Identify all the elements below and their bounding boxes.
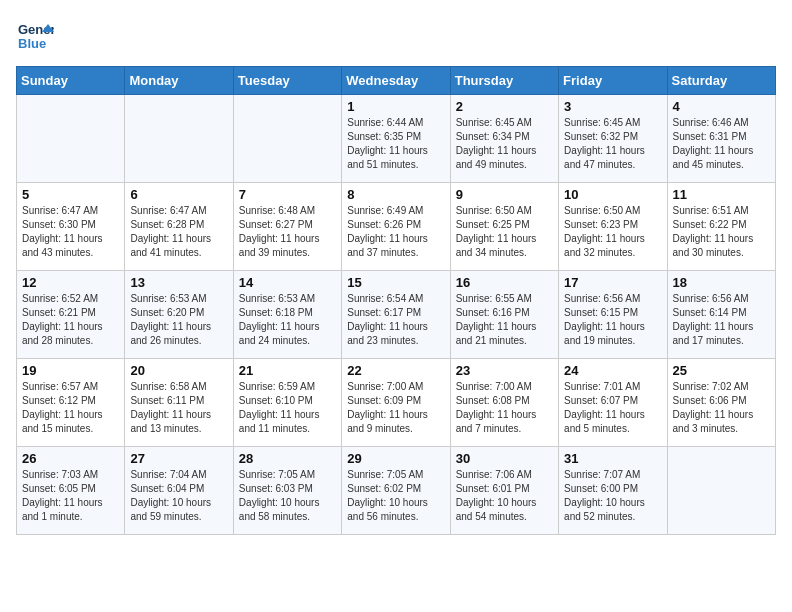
day-number: 24: [564, 363, 661, 378]
day-number: 10: [564, 187, 661, 202]
calendar-cell: 27Sunrise: 7:04 AM Sunset: 6:04 PM Dayli…: [125, 447, 233, 535]
day-info: Sunrise: 7:02 AM Sunset: 6:06 PM Dayligh…: [673, 380, 770, 436]
day-info: Sunrise: 7:06 AM Sunset: 6:01 PM Dayligh…: [456, 468, 553, 524]
calendar-cell: 30Sunrise: 7:06 AM Sunset: 6:01 PM Dayli…: [450, 447, 558, 535]
calendar-cell: 19Sunrise: 6:57 AM Sunset: 6:12 PM Dayli…: [17, 359, 125, 447]
calendar-cell: 20Sunrise: 6:58 AM Sunset: 6:11 PM Dayli…: [125, 359, 233, 447]
day-info: Sunrise: 6:46 AM Sunset: 6:31 PM Dayligh…: [673, 116, 770, 172]
day-info: Sunrise: 6:56 AM Sunset: 6:15 PM Dayligh…: [564, 292, 661, 348]
week-row-2: 5Sunrise: 6:47 AM Sunset: 6:30 PM Daylig…: [17, 183, 776, 271]
day-info: Sunrise: 7:01 AM Sunset: 6:07 PM Dayligh…: [564, 380, 661, 436]
day-number: 18: [673, 275, 770, 290]
day-number: 15: [347, 275, 444, 290]
calendar-cell: 6Sunrise: 6:47 AM Sunset: 6:28 PM Daylig…: [125, 183, 233, 271]
calendar-cell: 13Sunrise: 6:53 AM Sunset: 6:20 PM Dayli…: [125, 271, 233, 359]
day-info: Sunrise: 6:50 AM Sunset: 6:23 PM Dayligh…: [564, 204, 661, 260]
day-number: 4: [673, 99, 770, 114]
day-number: 13: [130, 275, 227, 290]
calendar-cell: 3Sunrise: 6:45 AM Sunset: 6:32 PM Daylig…: [559, 95, 667, 183]
week-row-5: 26Sunrise: 7:03 AM Sunset: 6:05 PM Dayli…: [17, 447, 776, 535]
day-info: Sunrise: 6:55 AM Sunset: 6:16 PM Dayligh…: [456, 292, 553, 348]
day-number: 31: [564, 451, 661, 466]
calendar-cell: 29Sunrise: 7:05 AM Sunset: 6:02 PM Dayli…: [342, 447, 450, 535]
day-number: 17: [564, 275, 661, 290]
day-number: 6: [130, 187, 227, 202]
week-row-3: 12Sunrise: 6:52 AM Sunset: 6:21 PM Dayli…: [17, 271, 776, 359]
day-info: Sunrise: 6:52 AM Sunset: 6:21 PM Dayligh…: [22, 292, 119, 348]
weekday-monday: Monday: [125, 67, 233, 95]
calendar-cell: 28Sunrise: 7:05 AM Sunset: 6:03 PM Dayli…: [233, 447, 341, 535]
day-number: 5: [22, 187, 119, 202]
calendar-cell: 17Sunrise: 6:56 AM Sunset: 6:15 PM Dayli…: [559, 271, 667, 359]
day-info: Sunrise: 7:00 AM Sunset: 6:09 PM Dayligh…: [347, 380, 444, 436]
calendar-cell: 18Sunrise: 6:56 AM Sunset: 6:14 PM Dayli…: [667, 271, 775, 359]
calendar-cell: 16Sunrise: 6:55 AM Sunset: 6:16 PM Dayli…: [450, 271, 558, 359]
day-number: 19: [22, 363, 119, 378]
day-number: 16: [456, 275, 553, 290]
page-header: General Blue: [16, 16, 776, 54]
day-info: Sunrise: 6:45 AM Sunset: 6:34 PM Dayligh…: [456, 116, 553, 172]
logo-icon: General Blue: [16, 16, 54, 54]
day-number: 22: [347, 363, 444, 378]
calendar-cell: 7Sunrise: 6:48 AM Sunset: 6:27 PM Daylig…: [233, 183, 341, 271]
day-number: 20: [130, 363, 227, 378]
day-info: Sunrise: 6:53 AM Sunset: 6:18 PM Dayligh…: [239, 292, 336, 348]
weekday-wednesday: Wednesday: [342, 67, 450, 95]
day-number: 25: [673, 363, 770, 378]
day-number: 12: [22, 275, 119, 290]
calendar-cell: 15Sunrise: 6:54 AM Sunset: 6:17 PM Dayli…: [342, 271, 450, 359]
day-info: Sunrise: 7:05 AM Sunset: 6:02 PM Dayligh…: [347, 468, 444, 524]
calendar-cell: 24Sunrise: 7:01 AM Sunset: 6:07 PM Dayli…: [559, 359, 667, 447]
calendar-cell: 22Sunrise: 7:00 AM Sunset: 6:09 PM Dayli…: [342, 359, 450, 447]
calendar-cell: 12Sunrise: 6:52 AM Sunset: 6:21 PM Dayli…: [17, 271, 125, 359]
weekday-sunday: Sunday: [17, 67, 125, 95]
weekday-saturday: Saturday: [667, 67, 775, 95]
day-number: 30: [456, 451, 553, 466]
calendar-cell: 2Sunrise: 6:45 AM Sunset: 6:34 PM Daylig…: [450, 95, 558, 183]
calendar-cell: 1Sunrise: 6:44 AM Sunset: 6:35 PM Daylig…: [342, 95, 450, 183]
svg-text:Blue: Blue: [18, 36, 46, 51]
day-info: Sunrise: 6:47 AM Sunset: 6:30 PM Dayligh…: [22, 204, 119, 260]
day-number: 7: [239, 187, 336, 202]
calendar-cell: 10Sunrise: 6:50 AM Sunset: 6:23 PM Dayli…: [559, 183, 667, 271]
day-number: 8: [347, 187, 444, 202]
calendar-cell: 21Sunrise: 6:59 AM Sunset: 6:10 PM Dayli…: [233, 359, 341, 447]
calendar-cell: [17, 95, 125, 183]
calendar-cell: 14Sunrise: 6:53 AM Sunset: 6:18 PM Dayli…: [233, 271, 341, 359]
day-number: 14: [239, 275, 336, 290]
weekday-tuesday: Tuesday: [233, 67, 341, 95]
calendar-cell: 31Sunrise: 7:07 AM Sunset: 6:00 PM Dayli…: [559, 447, 667, 535]
calendar-cell: [233, 95, 341, 183]
weekday-friday: Friday: [559, 67, 667, 95]
day-info: Sunrise: 6:47 AM Sunset: 6:28 PM Dayligh…: [130, 204, 227, 260]
day-number: 26: [22, 451, 119, 466]
day-number: 1: [347, 99, 444, 114]
logo: General Blue: [16, 16, 54, 54]
day-number: 11: [673, 187, 770, 202]
week-row-4: 19Sunrise: 6:57 AM Sunset: 6:12 PM Dayli…: [17, 359, 776, 447]
day-info: Sunrise: 6:45 AM Sunset: 6:32 PM Dayligh…: [564, 116, 661, 172]
weekday-thursday: Thursday: [450, 67, 558, 95]
day-info: Sunrise: 6:54 AM Sunset: 6:17 PM Dayligh…: [347, 292, 444, 348]
day-number: 27: [130, 451, 227, 466]
day-number: 9: [456, 187, 553, 202]
day-info: Sunrise: 6:48 AM Sunset: 6:27 PM Dayligh…: [239, 204, 336, 260]
calendar-table: SundayMondayTuesdayWednesdayThursdayFrid…: [16, 66, 776, 535]
week-row-1: 1Sunrise: 6:44 AM Sunset: 6:35 PM Daylig…: [17, 95, 776, 183]
day-info: Sunrise: 7:04 AM Sunset: 6:04 PM Dayligh…: [130, 468, 227, 524]
calendar-cell: 23Sunrise: 7:00 AM Sunset: 6:08 PM Dayli…: [450, 359, 558, 447]
day-info: Sunrise: 7:03 AM Sunset: 6:05 PM Dayligh…: [22, 468, 119, 524]
calendar-body: 1Sunrise: 6:44 AM Sunset: 6:35 PM Daylig…: [17, 95, 776, 535]
day-info: Sunrise: 6:59 AM Sunset: 6:10 PM Dayligh…: [239, 380, 336, 436]
day-info: Sunrise: 6:58 AM Sunset: 6:11 PM Dayligh…: [130, 380, 227, 436]
calendar-cell: 11Sunrise: 6:51 AM Sunset: 6:22 PM Dayli…: [667, 183, 775, 271]
calendar-cell: [125, 95, 233, 183]
day-info: Sunrise: 7:07 AM Sunset: 6:00 PM Dayligh…: [564, 468, 661, 524]
day-info: Sunrise: 6:53 AM Sunset: 6:20 PM Dayligh…: [130, 292, 227, 348]
day-number: 29: [347, 451, 444, 466]
day-number: 21: [239, 363, 336, 378]
weekday-header-row: SundayMondayTuesdayWednesdayThursdayFrid…: [17, 67, 776, 95]
day-info: Sunrise: 6:49 AM Sunset: 6:26 PM Dayligh…: [347, 204, 444, 260]
day-info: Sunrise: 6:56 AM Sunset: 6:14 PM Dayligh…: [673, 292, 770, 348]
day-info: Sunrise: 6:50 AM Sunset: 6:25 PM Dayligh…: [456, 204, 553, 260]
